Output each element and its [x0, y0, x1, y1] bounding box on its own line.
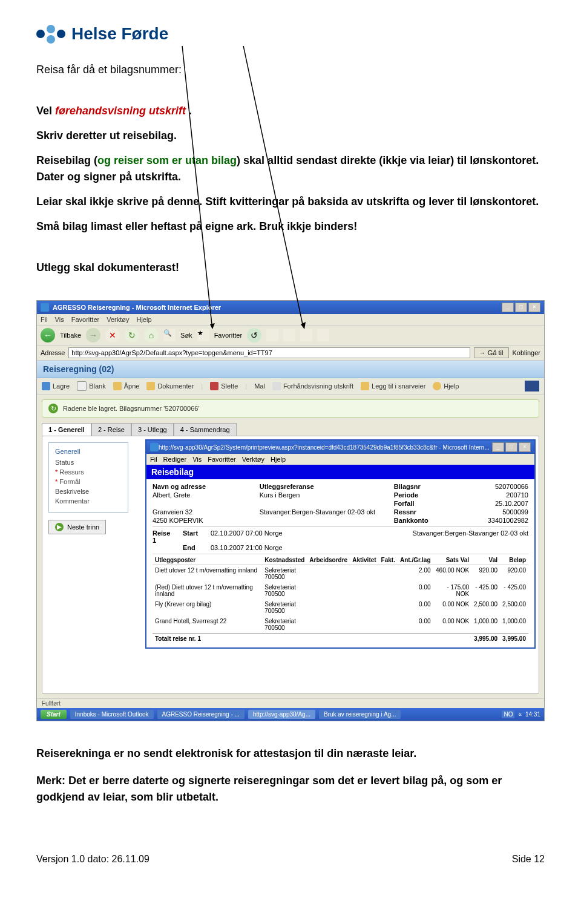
close-button[interactable]: ×: [528, 303, 540, 312]
fav-label: Favoritter: [214, 332, 242, 339]
value-periode: 200710: [464, 491, 528, 499]
label-ressnr: Ressnr: [394, 508, 458, 516]
app-header: Reiseregning (02): [37, 361, 544, 378]
label-utleggsref: Utleggsreferanse: [260, 483, 388, 490]
value-ressnr: 5000099: [464, 508, 528, 516]
koblinger-label[interactable]: Koblinger: [513, 349, 540, 356]
task-preview[interactable]: http://svg-app30/Ag...: [248, 710, 315, 719]
edit-icon[interactable]: [300, 329, 312, 341]
search-icon[interactable]: 🔍: [163, 329, 176, 341]
subwin-menubar: Fil Rediger Vis Favoritter Verktøy Hjelp: [146, 454, 534, 465]
label-forfall: Forfall: [394, 500, 458, 507]
refresh-button[interactable]: ↻: [125, 328, 139, 342]
minimize-button[interactable]: _: [502, 303, 514, 312]
footer-text: Reiserekninga er no sendt elektronisk fo…: [36, 745, 545, 805]
tab-sammendrag[interactable]: 4 - Sammendrag: [174, 423, 237, 436]
menu-favoritter[interactable]: Favoritter: [71, 316, 99, 323]
paragraph-4: Reisebilag (og reiser som er utan bilag)…: [36, 152, 545, 185]
subwin-title: http://svg-app30/AgrSp2/System/printprev…: [159, 444, 490, 451]
tb-forhandsvisning[interactable]: Forhåndsvisning utskrift: [272, 382, 353, 390]
reise-num: 1: [153, 537, 178, 544]
total-belop: 3,995.00: [500, 634, 528, 644]
forward-button[interactable]: →: [86, 328, 100, 342]
embedded-screenshot: AGRESSO Reiseregning - Microsoft Interne…: [36, 300, 545, 721]
start-button[interactable]: Start: [41, 710, 67, 719]
menu-verktoy[interactable]: Verktøy: [107, 316, 129, 323]
th-sats: Sats Val: [433, 555, 472, 565]
sub-minimize-button[interactable]: _: [492, 442, 504, 452]
th-kostnadssted: Kostnadssted: [262, 555, 307, 565]
menu-fil[interactable]: Fil: [41, 316, 48, 323]
ie-icon: [41, 303, 49, 312]
submenu-hjelp[interactable]: Hjelp: [271, 456, 286, 463]
mail-icon[interactable]: [266, 329, 278, 341]
delete-icon: [210, 382, 218, 390]
label-bilagsnr: Bilagsnr: [394, 483, 458, 490]
ie-icon: [150, 443, 159, 451]
paragraph-2: Vel førehandsvisning utskrift .: [36, 103, 545, 119]
submenu-fil[interactable]: Fil: [150, 456, 157, 463]
field-beskrivelse: Beskrivelse: [55, 488, 122, 495]
address-input[interactable]: [68, 347, 470, 358]
field-ressurs: * Ressurs: [55, 468, 122, 476]
value-utleggsref: Kurs i Bergen: [260, 491, 388, 499]
tab-bar: 1 - Generell 2 - Reise 3 - Utlegg 4 - Sa…: [42, 422, 539, 436]
footer-page: Side 12: [512, 854, 545, 865]
tray-lang-icon[interactable]: NO: [502, 710, 514, 718]
print-icon[interactable]: [283, 329, 295, 341]
value-addr2: 4250 KOPERVIK: [153, 517, 254, 524]
go-button[interactable]: → Gå til: [474, 347, 509, 358]
logo-text: Helse Førde: [71, 24, 168, 44]
tab-reise[interactable]: 2 - Reise: [91, 423, 131, 436]
tb-blank[interactable]: Blank: [77, 381, 106, 391]
tab-generell[interactable]: 1 - Generell: [42, 423, 91, 436]
tb-apne[interactable]: Åpne: [113, 382, 140, 390]
submenu-verktoy[interactable]: Verktøy: [242, 456, 264, 463]
ie-toolbar: ← Tilbake → ✕ ↻ ⌂ 🔍 Søk ★ Favoritter ↺: [37, 325, 544, 346]
tb-hjelp[interactable]: Hjelp: [433, 382, 459, 390]
th-val: Val: [471, 555, 500, 565]
favorites-icon[interactable]: ★: [197, 329, 209, 341]
tb-slette[interactable]: Slette: [210, 382, 238, 390]
history-button[interactable]: ↺: [247, 328, 261, 342]
status-text: Radene ble lagret. Bilagsnummer '5207000…: [63, 405, 200, 412]
app-toolbar: Lagre Blank Åpne Dokumenter | Slette | M…: [37, 378, 544, 395]
tab-utlegg[interactable]: 3 - Utlegg: [131, 423, 174, 436]
tb-dokumenter[interactable]: Dokumenter: [146, 382, 194, 390]
tb-snarveier[interactable]: Legg til i snarveier: [361, 382, 425, 390]
tray-clock: 14:31: [525, 711, 540, 718]
sub-maximize-button[interactable]: □: [505, 442, 517, 452]
value-bilagsnr: 520700066: [464, 483, 528, 490]
menu-vis[interactable]: Vis: [55, 316, 64, 323]
table-row: Grand Hotell, Sverresgt 22Sekretæriat 70…: [153, 616, 528, 634]
menu-hjelp[interactable]: Hjelp: [136, 316, 151, 323]
label-navn: Navn og adresse: [153, 483, 254, 490]
reise-route: Stavanger:Bergen-Stavanger 02-03 okt: [413, 529, 528, 537]
task-bruk[interactable]: Bruk av reiseregning i Ag...: [319, 710, 401, 719]
reisebilag-header: Reisebilag: [146, 465, 534, 479]
ie-title: AGRESSO Reiseregning - Microsoft Interne…: [53, 304, 221, 311]
task-outlook[interactable]: Innboks - Microsoft Outlook: [70, 710, 154, 719]
reise-end-value: 03.10.2007 21:00 Norge: [211, 544, 283, 551]
tb-lagre[interactable]: Lagre: [42, 382, 70, 390]
back-button[interactable]: ←: [41, 328, 55, 342]
messenger-icon[interactable]: [317, 329, 329, 341]
tb-mal[interactable]: Mal: [254, 382, 265, 390]
stop-button[interactable]: ✕: [105, 328, 120, 342]
submenu-vis[interactable]: Vis: [192, 456, 202, 463]
save-icon: [42, 382, 50, 390]
home-button[interactable]: ⌂: [144, 328, 159, 342]
submenu-favoritter[interactable]: Favoritter: [208, 456, 235, 463]
tray-icon[interactable]: «: [518, 711, 522, 718]
paragraph-1: Reisa får då et bilagsnummer:: [36, 62, 545, 78]
maximize-button[interactable]: □: [515, 303, 527, 312]
neste-button[interactable]: ▶ Neste trinn: [48, 520, 106, 534]
info-grid: Navn og adresse Utleggsreferanse Bilagsn…: [153, 483, 528, 527]
task-agresso[interactable]: AGRESSO Reiseregning - ...: [157, 710, 245, 719]
documents-icon: [146, 382, 155, 390]
submenu-rediger[interactable]: Rediger: [163, 456, 187, 463]
success-icon: ↻: [48, 404, 58, 413]
total-label: Totalt reise nr. 1: [153, 634, 471, 644]
sub-close-button[interactable]: ×: [519, 442, 531, 452]
paragraph-7: Utlegg skal dokumenterast!: [36, 260, 545, 276]
